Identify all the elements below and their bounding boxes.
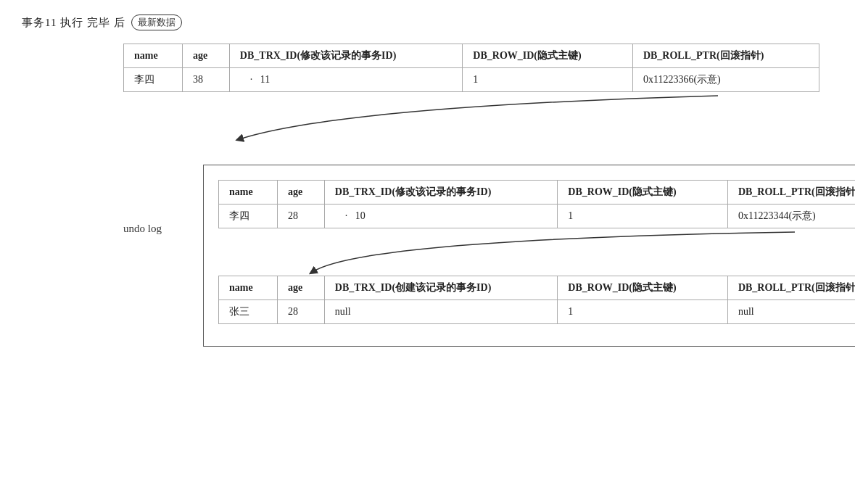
undo-container: name age DB_TRX_ID(修改该记录的事务ID) DB_ROW_ID… — [203, 165, 855, 347]
undo1-row-row-id: 1 — [558, 205, 728, 228]
col-row-id: DB_ROW_ID(隐式主键) — [463, 44, 633, 68]
col-trx-id: DB_TRX_ID(修改该记录的事务ID) — [229, 44, 463, 68]
undo2-col-age: age — [278, 276, 325, 300]
undo2-col-roll-ptr: DB_ROLL_PTR(回滚指针) — [727, 276, 855, 300]
col-roll-ptr: DB_ROLL_PTR(回滚指针) — [632, 44, 819, 68]
top-table-row: 李四 38 · 11 1 0x11223366(示意) — [124, 68, 819, 92]
undo2-col-name: name — [219, 276, 278, 300]
top-table: name age DB_TRX_ID(修改该记录的事务ID) DB_ROW_ID… — [123, 44, 819, 92]
undo1-col-roll-ptr: DB_ROLL_PTR(回滚指针) — [727, 181, 855, 205]
undo-log-label: undo log — [123, 223, 162, 235]
col-name: name — [124, 44, 183, 68]
undo-log-section: undo log name age DB_TRX_ID(修改该记录的事务ID) … — [102, 165, 833, 347]
undo1-data-row: 李四 28 · 10 1 0x11223344(示意) — [219, 205, 856, 228]
undo1-header-row: name age DB_TRX_ID(修改该记录的事务ID) DB_ROW_ID… — [219, 181, 856, 205]
top-row-roll-ptr: 0x11223366(示意) — [632, 68, 819, 92]
undo1-col-age: age — [278, 181, 325, 205]
undo1-row-roll-ptr: 0x11223344(示意) — [727, 205, 855, 228]
undo2-col-trx-id: DB_TRX_ID(创建该记录的事务ID) — [324, 276, 558, 300]
undo2-col-row-id: DB_ROW_ID(隐式主键) — [558, 276, 728, 300]
undo-table2-wrap: name age DB_TRX_ID(创建该记录的事务ID) DB_ROW_ID… — [204, 276, 855, 324]
undo2-header-row: name age DB_TRX_ID(创建该记录的事务ID) DB_ROW_ID… — [219, 276, 856, 300]
arrow-area-1 — [123, 92, 819, 143]
undo1-col-row-id: DB_ROW_ID(隐式主键) — [558, 181, 728, 205]
undo1-row-trx-id: · 10 — [324, 205, 558, 228]
undo1-col-name: name — [219, 181, 278, 205]
undo2-data-row: 张三 28 null 1 null — [219, 300, 856, 324]
undo1-row-name: 李四 — [219, 205, 278, 228]
col-age: age — [183, 44, 230, 68]
top-row-row-id: 1 — [463, 68, 633, 92]
undo2-row-trx-id: null — [324, 300, 558, 324]
undo2-row-roll-ptr: null — [727, 300, 855, 324]
undo2-row-row-id: 1 — [558, 300, 728, 324]
top-table-wrapper: name age DB_TRX_ID(修改该记录的事务ID) DB_ROW_ID… — [123, 44, 833, 92]
undo-table2: name age DB_TRX_ID(创建该记录的事务ID) DB_ROW_ID… — [218, 276, 855, 324]
top-row-name: 李四 — [124, 68, 183, 92]
top-row-trx-id: · 11 — [229, 68, 463, 92]
undo2-row-age: 28 — [278, 300, 325, 324]
header-row: 事务11 执行 完毕 后 最新数据 — [22, 15, 833, 30]
undo1-row-age: 28 — [278, 205, 325, 228]
arrow-svg-2 — [218, 228, 855, 276]
arrow-area-2 — [204, 228, 855, 276]
undo1-col-trx-id: DB_TRX_ID(修改该记录的事务ID) — [324, 181, 558, 205]
latest-data-badge: 最新数据 — [131, 15, 182, 30]
undo-table1-wrap: name age DB_TRX_ID(修改该记录的事务ID) DB_ROW_ID… — [204, 180, 855, 228]
arrow-svg-1 — [123, 92, 819, 143]
undo2-row-name: 张三 — [219, 300, 278, 324]
top-row-age: 38 — [183, 68, 230, 92]
header-text: 事务11 执行 完毕 后 — [22, 16, 125, 30]
undo-table1: name age DB_TRX_ID(修改该记录的事务ID) DB_ROW_ID… — [218, 180, 855, 228]
top-table-header-row: name age DB_TRX_ID(修改该记录的事务ID) DB_ROW_ID… — [124, 44, 819, 68]
